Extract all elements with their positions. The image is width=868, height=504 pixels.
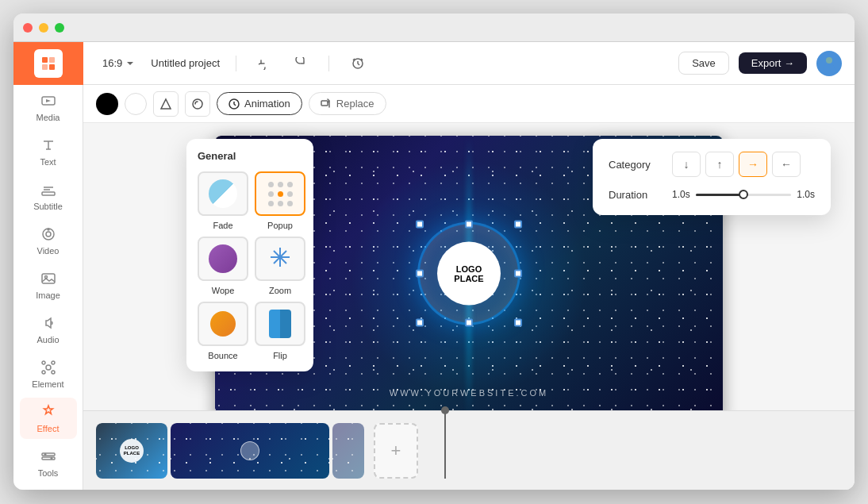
logo-inner: LOGO PLACE bbox=[437, 242, 501, 306]
svg-rect-2 bbox=[42, 64, 48, 70]
anim-label-flip: Flip bbox=[273, 351, 287, 360]
shape-tool[interactable] bbox=[153, 91, 179, 117]
dir-left-button[interactable]: ← bbox=[772, 152, 801, 177]
duration-label: Duration bbox=[609, 189, 672, 201]
dir-down-button[interactable]: ↓ bbox=[672, 152, 701, 177]
anim-label-bounce: Bounce bbox=[208, 351, 237, 360]
bounce-icon bbox=[210, 311, 236, 337]
replace-button[interactable]: Replace bbox=[309, 92, 386, 115]
sidebar-item-audio[interactable]: Audio bbox=[20, 309, 77, 350]
svg-point-14 bbox=[42, 371, 45, 374]
anim-item-flip[interactable]: Flip bbox=[255, 302, 305, 360]
toolbar-divider-2 bbox=[328, 56, 329, 71]
sidebar-item-effect[interactable]: Effect bbox=[20, 398, 77, 439]
color-picker-black[interactable] bbox=[96, 93, 118, 115]
handle-tr bbox=[514, 221, 522, 229]
svg-rect-9 bbox=[42, 274, 55, 283]
anim-thumb-popup bbox=[255, 171, 305, 216]
svg-point-18 bbox=[44, 453, 46, 456]
anim-thumb-zoom bbox=[255, 237, 305, 281]
sidebar-item-label: Element bbox=[32, 379, 63, 389]
slider-fill bbox=[696, 194, 743, 196]
avatar bbox=[816, 51, 842, 76]
capture-button[interactable] bbox=[345, 51, 371, 76]
svg-point-22 bbox=[193, 99, 202, 109]
handle-ml bbox=[416, 270, 424, 278]
anim-item-bounce[interactable]: Bounce bbox=[198, 302, 248, 360]
svg-point-21 bbox=[826, 57, 832, 63]
logo-text: LOGO PLACE bbox=[454, 264, 483, 283]
svg-rect-5 bbox=[42, 192, 55, 195]
image-icon bbox=[40, 270, 57, 287]
logo-container[interactable]: LOGO PLACE bbox=[417, 222, 520, 325]
ratio-selector[interactable]: 16:9 bbox=[96, 54, 141, 72]
animation-panel: General Fade bbox=[186, 139, 313, 371]
duration-slider[interactable] bbox=[696, 187, 791, 202]
add-clip-button[interactable]: + bbox=[374, 423, 418, 479]
save-button[interactable]: Save bbox=[678, 52, 729, 75]
sidebar-item-subtitle[interactable]: Subtitle bbox=[20, 175, 77, 217]
sidebar-item-image[interactable]: Image bbox=[20, 264, 77, 306]
timeline-track: LOGOPLACE bbox=[96, 423, 364, 479]
animation-grid: Fade bbox=[198, 171, 302, 360]
main-content: 16:9 Untitled project bbox=[83, 42, 855, 490]
close-button[interactable] bbox=[23, 23, 33, 33]
minimize-button[interactable] bbox=[39, 23, 48, 33]
mask-tool[interactable] bbox=[185, 91, 210, 117]
sidebar-item-video[interactable]: Video bbox=[20, 220, 77, 261]
element-icon bbox=[40, 359, 57, 376]
title-bar bbox=[13, 13, 855, 42]
zoom-icon bbox=[267, 244, 293, 274]
svg-point-10 bbox=[44, 276, 47, 279]
anim-thumb-wope bbox=[198, 237, 248, 281]
tools-icon bbox=[40, 448, 57, 465]
timeline: LOGOPLACE + bbox=[83, 410, 855, 490]
sidebar-item-label: Image bbox=[36, 290, 60, 300]
timeline-clip-3[interactable] bbox=[332, 423, 364, 479]
animation-button[interactable]: Animation bbox=[217, 92, 302, 115]
maximize-button[interactable] bbox=[55, 23, 64, 33]
text-icon bbox=[40, 137, 57, 154]
anim-thumb-fade bbox=[198, 171, 248, 216]
direction-buttons: ↓ ↑ → ← bbox=[672, 152, 801, 177]
flip-icon bbox=[269, 310, 291, 338]
anim-item-wope[interactable]: Wope bbox=[198, 237, 248, 295]
timeline-clip-2[interactable] bbox=[171, 423, 329, 479]
svg-rect-0 bbox=[42, 57, 48, 63]
redo-button[interactable] bbox=[287, 51, 313, 76]
anim-label-popup: Popup bbox=[267, 221, 293, 230]
category-panel: Category ↓ ↑ → ← Duration 1.0s bbox=[593, 139, 831, 215]
sidebar-item-tools[interactable]: Tools bbox=[20, 442, 77, 483]
color-picker-white[interactable] bbox=[125, 93, 147, 115]
effect-icon bbox=[40, 403, 57, 421]
dir-up-button[interactable]: ↑ bbox=[705, 152, 734, 177]
handle-tl bbox=[416, 221, 424, 229]
anim-item-popup[interactable]: Popup bbox=[255, 171, 305, 230]
sidebar-item-text[interactable]: Text bbox=[20, 131, 77, 172]
timeline-clip-1[interactable]: LOGOPLACE bbox=[96, 423, 167, 479]
svg-rect-17 bbox=[42, 457, 55, 460]
sidebar-item-label: Audio bbox=[36, 335, 59, 344]
media-icon bbox=[40, 92, 57, 110]
sidebar-item-label: Subtitle bbox=[33, 202, 63, 211]
anim-thumb-bounce bbox=[198, 302, 248, 346]
undo-button[interactable] bbox=[252, 51, 278, 76]
secondary-toolbar: Animation Replace bbox=[83, 85, 855, 123]
svg-point-11 bbox=[46, 365, 51, 370]
handle-br bbox=[514, 319, 522, 327]
svg-point-7 bbox=[46, 232, 51, 237]
anim-item-zoom[interactable]: Zoom bbox=[255, 237, 305, 295]
sidebar-item-label: Video bbox=[37, 246, 60, 256]
export-button[interactable]: Export → bbox=[739, 52, 807, 74]
canvas-area: General Fade bbox=[83, 123, 855, 410]
sidebar-item-media[interactable]: Media bbox=[20, 87, 77, 128]
anim-label-fade: Fade bbox=[213, 221, 232, 230]
anim-item-fade[interactable]: Fade bbox=[198, 171, 248, 230]
dir-right-button[interactable]: → bbox=[739, 152, 767, 177]
sidebar-item-element[interactable]: Element bbox=[20, 353, 77, 394]
toolbar-divider bbox=[236, 56, 236, 71]
slider-track bbox=[696, 194, 791, 196]
duration-value-right: 1.0s bbox=[791, 189, 815, 200]
clip-logo-badge: LOGOPLACE bbox=[120, 439, 144, 463]
duration-value-left: 1.0s bbox=[672, 189, 696, 200]
